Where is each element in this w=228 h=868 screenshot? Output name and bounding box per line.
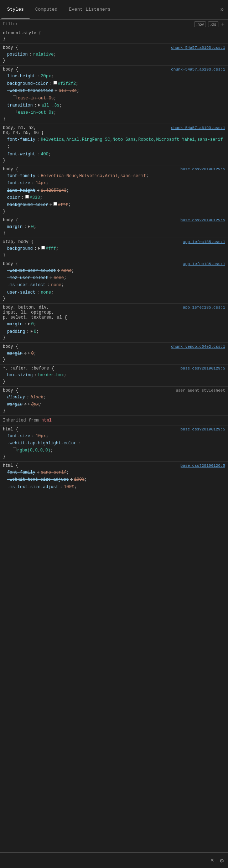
block-close: } [3,58,225,63]
expand-arrow-icon[interactable] [28,322,30,325]
expand-arrow-icon[interactable] [28,225,30,228]
source-link[interactable]: base.css?20190129:5 [181,464,225,468]
source-link[interactable]: base.css?20190129:5 [181,218,225,222]
prop-value: none [51,281,61,289]
selector: body { [3,45,18,50]
source-link[interactable]: app.1efec185.css:1 [183,240,225,244]
tab-overflow-button[interactable]: » [217,6,227,13]
source-link[interactable]: chunk-54a57…a6193.css:1 [171,126,225,130]
css-block-body-div-group: body, button, div, input, li, optgroup, … [0,304,228,343]
prop-name: background-color [7,201,48,208]
block-header: *, :after, :before { base.css?20190129:5 [3,366,225,371]
block-close: } [3,335,225,340]
prop-name: padding [7,328,25,335]
source-link[interactable]: app.1efec185.css:1 [183,305,225,310]
expand-arrow-icon[interactable] [31,330,33,333]
color-swatch[interactable] [53,202,57,206]
prop-value: 100% [64,484,74,491]
prop-name: font-weight [7,151,35,158]
prop-font-size: font-size : 14px ; [7,180,225,187]
add-style-button[interactable]: + [221,21,225,27]
prop-name: box-sizing [7,372,33,379]
css-props: position : relative ; [3,51,225,58]
source-link[interactable]: chunk-54a57…a6193.css:1 [171,46,225,50]
prop-name: font-size [7,433,30,440]
prop-margin-strike: margin : 0 ; [7,350,225,357]
block-header: #tap, body { app.1efec185.css:1 [3,239,225,244]
css-block-body-webkit: body { app.1efec185.css:1 -webkit-user-s… [0,260,228,304]
css-block-tap-body: #tap, body { app.1efec185.css:1 backgrou… [0,238,228,260]
tab-bar: Styles Computed Event Listeners » [0,0,228,20]
prop-value: none [41,289,51,296]
prop-name: margin [7,321,22,328]
block-header: body { base.css?20190129:5 [3,218,225,223]
prop-font-family-html: font-family : sans-serif ; [7,469,225,476]
block-header: body { user agent stylesheet [3,388,225,393]
checkbox-icon [13,95,16,99]
prop-margin: margin : 0 ; [7,321,225,328]
prop-name: font-size [7,180,30,187]
prop-webkit-tap-value: rgba(0,0,0,0) ; [7,447,225,454]
prop-transition-sub: ease-in-out 0s ; [7,109,225,116]
color-swatch[interactable] [25,195,29,198]
css-block-html-base-2: html { base.css?20190129:5 font-family :… [0,462,228,493]
css-block-body-h-group: body, h1, h2, h3, h4, h5, h6 { chunk-54a… [0,124,228,165]
inherited-header: Inherited from html [0,416,228,425]
cls-button[interactable]: .cls [208,21,218,27]
source-link[interactable]: base.css?20190129:5 [181,366,225,371]
block-close: } [3,253,225,258]
tab-styles[interactable]: Styles [1,0,30,19]
prop-margin-ua: margin : 8px ; [7,401,225,408]
block-close: } [3,296,225,301]
prop-name: margin [7,401,22,408]
prop-name: margin [7,223,22,231]
prop-name: transition [7,102,33,109]
prop-value: #333 [30,194,40,201]
prop-background-color-strike: background-color : #fff ; [7,201,225,208]
prop-name: -moz-user-select [7,274,48,281]
source-link[interactable]: base.css?20190129:5 [181,427,225,432]
css-props: line-height : 20px ; background-color : … [3,73,225,116]
color-swatch[interactable] [53,81,57,84]
close-icon[interactable]: × [210,857,214,864]
selector: html { [3,427,18,432]
prop-value: none [53,274,64,281]
prop-name: -webkit-user-select [7,267,56,274]
prop-margin: margin : 0 ; [7,223,225,231]
tab-computed[interactable]: Computed [30,0,63,19]
selector: #tap, body { [3,239,33,244]
tab-event-listeners[interactable]: Event Listeners [63,0,116,19]
css-props: font-size : 10px ; -webkit-tap-highlight… [3,433,225,454]
prop-webkit-tap: -webkit-tap-highlight-color : [7,440,225,447]
css-props: box-sizing : border-box ; [3,372,225,379]
prop-box-sizing: box-sizing : border-box ; [7,372,225,379]
hov-button[interactable]: :hov [194,21,206,27]
css-props: font-family : Helvetica,Arial,PingFang S… [3,136,225,158]
prop-display: display : block ; [7,394,225,401]
prop-value: border-box [38,372,64,379]
source-link[interactable]: base.css?20190129:5 [181,167,225,171]
source-link[interactable]: chunk-vendo…c54e2.css:1 [171,345,225,349]
prop-background-color: background-color : #f2f2f2 ; [7,80,225,87]
prop-padding: padding : 0 ; [7,328,225,335]
block-close: } [3,117,225,122]
block-close: } [3,408,225,413]
source-link[interactable]: chunk-54a57…a6193.css:1 [171,67,225,72]
prop-value: all .3s [41,102,59,109]
color-swatch[interactable] [13,448,16,451]
expand-arrow-icon [28,403,30,405]
block-close: } [3,454,225,459]
filter-input[interactable] [3,22,192,27]
source-link[interactable]: app.1efec185.css:1 [183,262,225,266]
prop-name: -webkit-transition [7,87,53,94]
css-block-body-chunk-vendo: body { chunk-vendo…c54e2.css:1 margin : … [0,343,228,365]
color-swatch[interactable] [41,246,45,249]
prop-name: display [7,394,25,401]
prop-name: user-select [7,289,35,296]
block-header: html { base.css?20190129:5 [3,427,225,432]
prop-value: 0 [31,350,33,357]
expand-arrow-icon[interactable] [38,104,40,107]
settings-icon[interactable]: ⚙ [220,857,224,864]
prop-value: 20px [41,73,51,80]
expand-arrow-icon[interactable] [38,247,40,250]
